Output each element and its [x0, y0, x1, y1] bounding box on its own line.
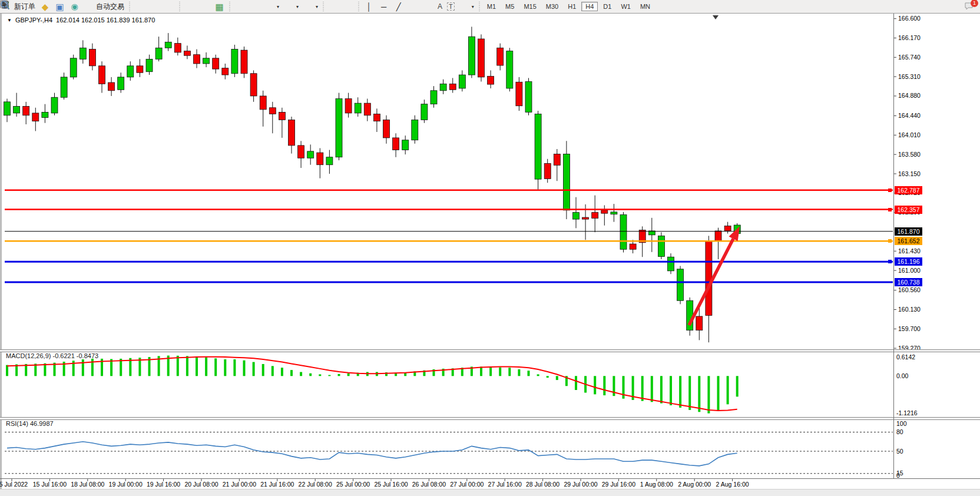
trendline-tool[interactable]: ╱ [391, 1, 406, 12]
chart-window[interactable]: ▼ GBPJPY-,H4 162.014 162.015 161.839 161… [0, 14, 980, 496]
time-label: 20 Jul 08:00 [184, 481, 218, 488]
rsi-scale-label: 50 [896, 448, 903, 455]
candle-down [449, 84, 456, 90]
zoom-out-icon [200, 2, 210, 12]
price-badge: 161.870 [895, 227, 922, 236]
macd-histogram-bar [688, 376, 691, 410]
auto-scroll-button[interactable] [233, 1, 247, 12]
candle-down [279, 112, 285, 120]
rsi-scale-label: 100 [896, 420, 907, 427]
price-tick-label: 159.700 [898, 325, 921, 332]
macd-histogram-bar [6, 365, 8, 376]
notifications-button[interactable]: 1 [964, 2, 974, 12]
signals-button[interactable]: ◉ [67, 1, 82, 12]
arrows-tool[interactable]: ▾ [457, 1, 476, 12]
line-anchor-marker[interactable] [888, 189, 892, 192]
search-icon[interactable] [946, 2, 956, 12]
macd-histogram-bar [707, 376, 710, 413]
periods-button[interactable]: ▾ [282, 1, 301, 12]
candle-down [174, 44, 181, 52]
candle-down [241, 50, 247, 74]
candle-down [516, 82, 522, 105]
candle-down [544, 163, 551, 178]
candle-down [23, 107, 29, 115]
pane-splitter-macd[interactable] [0, 349, 980, 352]
tab-timeframe-mn[interactable]: MN [636, 2, 654, 11]
price-tick-label: 163.580 [898, 151, 921, 158]
zoom-in-icon [185, 2, 195, 12]
candle-up [203, 58, 210, 64]
chart-shift-button[interactable] [247, 1, 262, 12]
macd-scale-label: -1.1216 [896, 409, 918, 416]
chevron-down-icon: ▾ [316, 4, 318, 9]
horizontal-line-icon: ─ [379, 2, 389, 12]
tab-timeframe-h1[interactable]: H1 [564, 2, 580, 11]
tab-timeframe-m5[interactable]: M5 [501, 2, 518, 11]
tab-timeframe-d1[interactable]: D1 [599, 2, 615, 11]
macd-histogram-bar [651, 376, 653, 402]
price-tick-label: 166.600 [898, 15, 921, 22]
notification-badge: 1 [971, 0, 978, 7]
crosshair-tool-button[interactable] [341, 1, 356, 12]
horizontal-line-tool[interactable]: ─ [376, 1, 391, 12]
price-badge: 162.787 [895, 186, 922, 194]
candlestick-mode-button[interactable] [147, 1, 162, 12]
candle-up [61, 77, 67, 97]
macd-histogram-bar [508, 368, 511, 376]
bar-chart-mode-button[interactable] [133, 1, 147, 12]
tile-windows-button[interactable]: ▦ [212, 1, 227, 12]
add-indicator-button[interactable]: ▾ [262, 1, 282, 12]
auto-scroll-icon [235, 2, 245, 12]
tab-timeframe-w1[interactable]: W1 [617, 2, 635, 11]
candle-up [573, 213, 580, 219]
macd-histogram-bar [575, 376, 577, 390]
history-center-button[interactable]: ◆ [38, 1, 52, 12]
macd-histogram-bar [224, 359, 226, 376]
candle-up [535, 114, 541, 179]
tab-timeframe-m15[interactable]: M15 [519, 2, 540, 11]
line-anchor-marker[interactable] [888, 260, 892, 263]
candle-up [336, 99, 342, 157]
pane-splitter-rsi[interactable] [0, 417, 980, 420]
zoom-out-button[interactable] [197, 1, 212, 12]
candle-up [80, 48, 86, 59]
price-badge: 160.738 [895, 278, 922, 286]
autotrade-button[interactable]: 自动交易 [82, 1, 127, 12]
chart-canvas[interactable]: 166.600166.170165.740165.310164.880164.4… [0, 14, 980, 496]
tab-timeframe-m30[interactable]: M30 [542, 2, 562, 11]
candle-up [658, 236, 664, 256]
macd-histogram-bar [717, 376, 720, 411]
candle-down [497, 48, 504, 65]
cursor-tool-button[interactable] [326, 1, 341, 12]
open-charts-button[interactable]: ▣ [52, 1, 67, 12]
candle-up [611, 212, 617, 214]
candle-down [269, 108, 276, 114]
macd-histogram-bar [347, 373, 350, 376]
channel-icon: E [408, 2, 418, 12]
macd-histogram-bar [480, 366, 482, 376]
time-label: 21 Jul 16:00 [260, 481, 294, 488]
line-anchor-marker[interactable] [888, 239, 892, 243]
templates-button[interactable]: ▾ [301, 1, 320, 12]
tab-timeframe-m1[interactable]: M1 [483, 2, 500, 11]
macd-histogram-bar [281, 368, 283, 376]
candle-down [317, 153, 323, 165]
macd-histogram-bar [290, 370, 293, 376]
fibonacci-tool[interactable]: F [421, 1, 435, 12]
line-anchor-marker[interactable] [888, 208, 892, 211]
macd-histogram-bar [518, 369, 520, 376]
channel-tool[interactable]: E [406, 1, 421, 12]
macd-histogram-bar [679, 376, 681, 408]
rsi-label: RSI(14) 46.9987 [6, 420, 54, 427]
label-tool[interactable]: T [445, 1, 457, 12]
tab-timeframe-h4[interactable]: H4 [581, 2, 598, 11]
zoom-in-button[interactable] [183, 1, 197, 12]
candle-up [620, 214, 627, 249]
candle-down [696, 316, 703, 330]
price-tick-label: 164.880 [898, 92, 921, 99]
text-tool[interactable]: A [435, 1, 445, 12]
candle-down [298, 146, 304, 158]
vertical-line-tool[interactable]: │ [362, 1, 376, 12]
line-chart-mode-button[interactable] [162, 1, 177, 12]
toolbar: 新订单 ◆ ▣ ◉ 自动交易 [0, 0, 980, 14]
